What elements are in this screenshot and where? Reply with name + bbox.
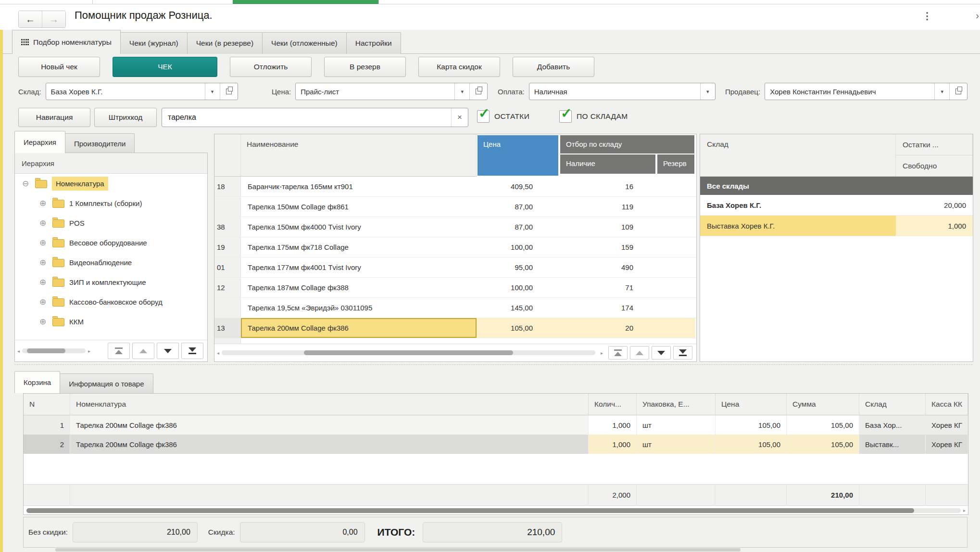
tree-item[interactable]: ⊕ ККМ [15, 312, 207, 332]
choose-icon[interactable] [949, 83, 967, 100]
tab-nastroyki[interactable]: Настройки [346, 32, 401, 54]
expand-icon[interactable]: ⊕ [38, 257, 48, 268]
n-column-header[interactable]: N [24, 394, 70, 415]
expand-icon[interactable]: ⊕ [38, 218, 48, 228]
scroll-down-button[interactable] [157, 343, 179, 359]
availability-column-header[interactable]: Наличие [559, 154, 656, 175]
pack-column-header[interactable]: Упаковка, Е... [637, 394, 716, 415]
price-column-header[interactable]: Цена [477, 134, 559, 177]
new-check-button[interactable]: Новый чек [18, 57, 100, 77]
back-button[interactable]: ← [19, 11, 42, 27]
collapse-icon[interactable]: ⊖ [21, 179, 30, 189]
product-row[interactable]: 18Баранчик-тарелка 165мм кт901409,5016 [214, 177, 696, 197]
scroll-to-bottom-button[interactable] [181, 343, 203, 359]
by-warehouses-checkbox[interactable]: ✓ [559, 110, 572, 123]
expand-icon[interactable]: ⊕ [38, 297, 48, 307]
code-column-header[interactable] [214, 134, 241, 177]
expand-icon[interactable]: ⊕ [38, 317, 48, 327]
dropdown-arrow-icon[interactable]: ▾ [700, 83, 715, 100]
h-scrollbar[interactable] [26, 508, 961, 513]
scroll-to-top-button[interactable] [608, 346, 628, 359]
tab-hierarchy[interactable]: Иерархия [14, 131, 65, 153]
reserve-column-header[interactable]: Резерв [656, 154, 695, 175]
chevron-right-icon[interactable]: › [976, 10, 979, 21]
forward-button[interactable]: → [42, 11, 65, 27]
tree-item[interactable]: ⊕ Кассово-банковское оборуд [15, 292, 207, 312]
qty-column-header[interactable]: Колич... [589, 394, 637, 415]
tab-cheki-zhurnal[interactable]: Чеки (журнал) [120, 32, 188, 54]
free-column-header[interactable]: Свободно [896, 155, 973, 177]
price-column-header[interactable]: Цена [716, 394, 787, 415]
dropdown-arrow-icon[interactable]: ▾ [454, 83, 469, 100]
kassa-column-header[interactable]: Касса КК [926, 394, 968, 415]
product-row[interactable]: 38Тарелка 150мм фк4000 Tvist Ivory87,001… [214, 217, 696, 237]
add-button[interactable]: Добавить [513, 57, 594, 77]
price-type-select[interactable]: Прайс-лист ▾ [295, 83, 488, 100]
warehouse-row[interactable]: База Хорев К.Г. 20,000 [700, 195, 973, 216]
h-scrollbar-thumb[interactable] [26, 508, 914, 513]
remainders-checkbox[interactable]: ✓ [477, 110, 490, 123]
scroll-up-button[interactable] [630, 346, 649, 359]
more-menu-icon[interactable]: ⋮ [922, 10, 932, 22]
tree-item[interactable]: ⊕ POS [15, 213, 207, 233]
warehouse-group-row[interactable]: Все склады [700, 177, 973, 195]
expand-icon[interactable]: ⊕ [38, 238, 48, 248]
warehouse-column-header[interactable]: Склад [700, 134, 896, 177]
dropdown-arrow-icon[interactable]: ▾ [205, 83, 220, 100]
scroll-to-top-button[interactable] [108, 343, 130, 359]
scroll-right-icon[interactable]: ▸ [598, 350, 605, 356]
cart-row[interactable]: 1 Тарелка 200мм Collage фк386 1,000 шт 1… [24, 415, 968, 435]
tab-cheki-v-rezerve[interactable]: Чеки (в резерве) [187, 32, 263, 54]
barcode-button[interactable]: Штрихкод [94, 108, 157, 127]
clear-search-icon[interactable]: × [451, 108, 468, 127]
scroll-to-bottom-button[interactable] [673, 346, 692, 359]
product-row[interactable]: Тарелка 19,5см «Эвридэй» 03011095145,001… [214, 298, 696, 318]
h-scrollbar-thumb[interactable] [304, 350, 513, 355]
choose-icon[interactable] [469, 83, 487, 100]
expand-icon[interactable]: ⊕ [38, 277, 48, 287]
navigation-button[interactable]: Навигация [18, 108, 90, 127]
page-h-scrollbar[interactable] [55, 548, 741, 552]
warehouse-row-selected[interactable]: Выставка Хорев К.Г. 1,000 [700, 216, 973, 236]
product-row-selected[interactable]: 13Тарелка 200мм Collage фк386105,0020 [214, 318, 696, 338]
remainders-checkbox-label[interactable]: ОСТАТКИ [494, 112, 529, 121]
warehouse-column-header[interactable]: Склад [859, 394, 926, 415]
item-column-header[interactable]: Номенклатура [70, 394, 589, 415]
product-row[interactable]: Тарелка 150мм Collage фк86187,00119 [214, 197, 696, 217]
sum-column-header[interactable]: Сумма [787, 394, 859, 415]
check-button[interactable]: ЧЕК [113, 57, 217, 77]
tree-item-root[interactable]: ⊖ Номенклатура [15, 174, 207, 193]
scroll-right-icon[interactable]: ▸ [961, 508, 968, 513]
discount-card-button[interactable]: Карта скидок [418, 57, 500, 77]
tab-item-info[interactable]: Информация о товаре [60, 373, 153, 393]
scroll-down-button[interactable] [652, 346, 671, 359]
choose-icon[interactable] [220, 83, 238, 100]
expand-icon[interactable]: ⊕ [38, 198, 48, 208]
product-row[interactable]: 12Тарелка 187мм Collage фк388100,0071 [214, 278, 696, 298]
h-scrollbar[interactable] [222, 350, 595, 355]
tab-cheki-otlozhennye[interactable]: Чеки (отложенные) [262, 32, 347, 54]
name-column-header[interactable]: Наименование [241, 134, 477, 177]
dropdown-arrow-icon[interactable]: ▾ [934, 83, 949, 100]
remainders-column-header[interactable]: Остатки ... [896, 134, 973, 155]
scroll-left-icon[interactable]: ◂ [214, 350, 222, 356]
tree-item[interactable]: ⊕ Весовое оборудование [15, 233, 207, 253]
warehouse-select[interactable]: База Хорев К.Г. ▾ [46, 83, 238, 100]
by-warehouses-checkbox-label[interactable]: ПО СКЛАДАМ [577, 112, 628, 121]
payment-select[interactable]: Наличная ▾ [529, 83, 716, 100]
product-row[interactable]: 01Тарелка 177мм фк4001 Tvist Ivory95,004… [214, 257, 696, 278]
scroll-up-button[interactable] [132, 343, 154, 359]
product-row[interactable]: 19Тарелка 175мм фк718 Collage100,00159 [214, 237, 696, 257]
scroll-right-icon[interactable]: ▸ [86, 348, 93, 354]
seller-select[interactable]: Хорев Константин Геннадьевич ▾ [765, 83, 967, 100]
tab-cart[interactable]: Корзина [14, 371, 60, 393]
reserve-button[interactable]: В резерв [324, 57, 406, 77]
h-scrollbar-thumb[interactable] [27, 348, 65, 353]
defer-button[interactable]: Отложить [230, 57, 312, 77]
tab-podbor-nomenklatury[interactable]: Подбор номенклатуры [12, 30, 121, 54]
search-input[interactable] [162, 108, 451, 127]
tree-item[interactable]: ⊕ ЗИП и комплектующие [15, 272, 207, 292]
h-scrollbar[interactable] [22, 348, 86, 353]
warehouse-filter-header[interactable]: Отбор по складу [559, 134, 695, 154]
cart-row-selected[interactable]: 2 Тарелка 200мм Collage фк386 1,000 шт 1… [24, 435, 968, 454]
